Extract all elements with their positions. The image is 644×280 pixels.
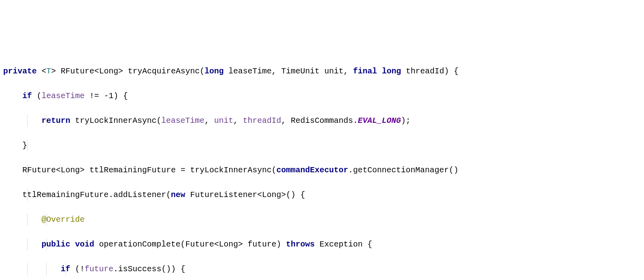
code-line: } [3, 139, 641, 152]
static-field-eval-long: EVAL_LONG [358, 116, 401, 125]
code-line: if (!future.isSuccess()) { [3, 263, 641, 275]
field-commandExecutor: commandExecutor [276, 166, 348, 175]
keyword-return: return [42, 116, 70, 125]
code-line: public void operationComplete(Future<Lon… [3, 238, 641, 250]
type-parameter: T [46, 67, 51, 76]
code-block: private <T> RFuture<Long> tryAcquireAsyn… [3, 53, 641, 280]
keyword-final: final [353, 67, 377, 76]
type-rfuture: RFuture [61, 67, 94, 76]
code-line: @Override [3, 213, 641, 226]
keyword-throws: throws [286, 240, 315, 249]
method-name: tryAcquireAsync [128, 67, 200, 76]
code-line: if (leaseTime != -1) { [3, 90, 641, 102]
keyword-public: public [42, 240, 70, 249]
keyword-private: private [3, 67, 37, 76]
param-leaseTime: leaseTime [42, 91, 85, 101]
keyword-long: long [204, 67, 224, 76]
param-future: future [85, 264, 113, 274]
code-line: ttlRemainingFuture.addListener(new Futur… [3, 189, 641, 201]
code-line: RFuture<Long> ttlRemainingFuture = tryLo… [3, 164, 641, 176]
code-line: return tryLockInnerAsync(leaseTime, unit… [3, 114, 641, 127]
keyword-void: void [75, 240, 94, 249]
annotation-override: @Override [42, 215, 85, 224]
code-line: private <T> RFuture<Long> tryAcquireAsyn… [3, 65, 641, 77]
keyword-new: new [171, 190, 185, 199]
